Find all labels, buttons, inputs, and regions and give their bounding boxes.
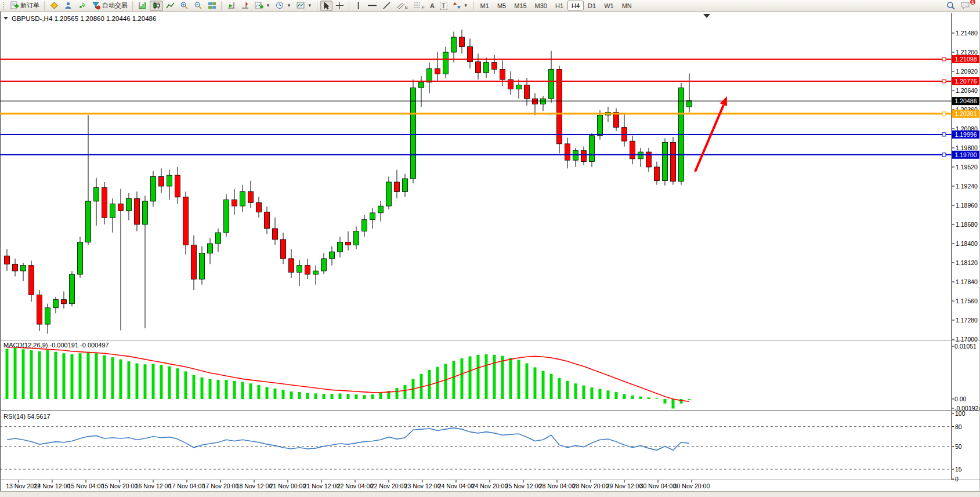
horizontal-line-tool-button[interactable] [365, 1, 379, 11]
label-tool-button[interactable]: T [437, 1, 450, 11]
price-tick-label: 1.21480 [956, 30, 978, 37]
time-axis-label: 28 Nov 20:00 [573, 483, 609, 489]
price-chart[interactable]: 1.214801.212001.209201.206401.203601.200… [0, 12, 980, 491]
price-tick-label: 1.19240 [956, 183, 978, 190]
svg-text:0: 0 [955, 476, 959, 483]
crosshair-icon [335, 1, 344, 10]
price-tick-label: 1.17280 [956, 317, 978, 324]
status-strip [0, 491, 980, 497]
zoom-out-button[interactable] [191, 1, 205, 11]
timeframe-H1[interactable]: H1 [551, 1, 567, 10]
chart-shift-button[interactable] [238, 1, 252, 11]
timeframe-W1[interactable]: W1 [600, 1, 618, 10]
candlestick-mode-button[interactable] [150, 1, 163, 11]
signals-button[interactable] [75, 1, 89, 11]
notifications-button[interactable]: 1 [959, 1, 973, 11]
svg-text:100: 100 [955, 410, 965, 417]
autoscroll-button[interactable] [225, 1, 238, 11]
fibonacci-icon [413, 1, 422, 10]
time-axis-label: 21 Nov 00:00 [270, 483, 306, 489]
svg-text:0.00: 0.00 [954, 396, 967, 402]
time-axis-label: 30 Nov 04:00 [640, 483, 677, 489]
price-line-badge: 1.21098 [955, 56, 977, 63]
main-toolbar: 新订单 自动交易 ▼ ▼ [0, 0, 980, 12]
time-axis-label: 16 Nov 12:00 [135, 483, 172, 489]
timeframe-M15[interactable]: M15 [510, 1, 530, 10]
timeframe-MN[interactable]: MN [618, 1, 636, 10]
chevron-down-icon: ▼ [464, 3, 468, 8]
separator [473, 1, 474, 10]
community-button[interactable] [62, 1, 75, 11]
price-line-badge: 1.20486 [955, 97, 977, 104]
timeframe-M30[interactable]: M30 [531, 1, 551, 10]
vertical-line-tool-button[interactable] [352, 1, 364, 11]
price-line-badge: 1.19996 [955, 131, 977, 138]
autotrading-label: 自动交易 [102, 1, 128, 10]
autotrading-button[interactable]: 自动交易 [89, 1, 130, 11]
separator [317, 1, 318, 10]
label-tool-icon: T [440, 2, 447, 10]
price-line-badge: 1.20776 [955, 78, 977, 85]
time-axis-label: 14 Nov 12:00 [34, 483, 71, 489]
timeframe-D1[interactable]: D1 [584, 1, 600, 10]
separator [349, 1, 350, 10]
timeframe-M5[interactable]: M5 [493, 1, 510, 10]
new-order-icon [10, 1, 19, 10]
time-axis-label: 17 Nov 04:00 [169, 483, 205, 489]
notification-badge: 1 [970, 0, 976, 5]
fibonacci-tool-button[interactable]: F [411, 1, 427, 11]
new-order-button[interactable]: 新订单 [8, 1, 42, 11]
svg-text:15: 15 [955, 466, 962, 473]
price-tick-label: 1.20640 [956, 87, 978, 94]
channel-tool-button[interactable]: E [394, 1, 410, 11]
template-icon [296, 1, 305, 10]
cursor-tool-button[interactable] [320, 1, 332, 11]
channel-icon [396, 1, 405, 10]
indicators-dropdown-button[interactable]: ▼ [252, 1, 273, 11]
time-axis-label: 25 Nov 12:00 [505, 483, 542, 489]
search-icon [946, 1, 956, 10]
time-axis-label: 30 Nov 20:00 [674, 483, 710, 489]
crosshair-tool-button[interactable] [333, 1, 346, 11]
price-tick-label: 1.17000 [956, 336, 978, 343]
line-chart-mode-button[interactable] [164, 1, 177, 11]
zoom-out-icon [194, 1, 202, 10]
svg-text:0.01051: 0.01051 [954, 343, 977, 350]
time-axis-label: 15 Nov 20:00 [102, 483, 138, 489]
time-axis-label: 28 Nov 04:00 [539, 483, 576, 489]
text-tool-icon: A [430, 2, 435, 9]
text-tool-button[interactable]: A [428, 1, 437, 11]
community-person-icon [64, 1, 73, 10]
horizontal-line-icon [367, 1, 377, 10]
periods-dropdown-button[interactable]: ▼ [273, 1, 294, 11]
timeframe-H4[interactable]: H4 [567, 1, 584, 10]
price-tick-label: 1.19800 [956, 144, 978, 151]
bar-chart-icon [138, 1, 147, 10]
svg-text:80: 80 [955, 423, 962, 430]
time-axis-label: 24 Nov 20:00 [472, 483, 508, 489]
bar-chart-mode-button[interactable] [136, 1, 149, 11]
time-axis-label: 29 Nov 12:00 [606, 483, 643, 489]
autotrading-icon [92, 1, 100, 10]
arrows-tool-button[interactable]: ▼ [450, 1, 471, 11]
line-chart-icon [166, 1, 175, 10]
zoom-in-button[interactable] [178, 1, 191, 11]
metaeditor-button[interactable] [48, 1, 61, 11]
vertical-line-icon [355, 1, 362, 10]
cursor-icon [323, 2, 330, 10]
price-tick-label: 1.17840 [956, 278, 978, 285]
timeframe-toolbar: M1M5M15M30H1H4D1W1MN [476, 1, 636, 10]
time-axis-label: 17 Nov 20:00 [202, 483, 239, 489]
separator [132, 1, 133, 10]
chevron-down-icon: ▼ [287, 3, 291, 8]
tile-windows-button[interactable] [205, 1, 219, 11]
toolbar-grip[interactable] [3, 2, 5, 10]
trendline-tool-button[interactable] [380, 1, 393, 11]
price-tick-label: 1.18680 [956, 221, 978, 228]
timeframe-M1[interactable]: M1 [476, 1, 493, 10]
price-tick-label: 1.18960 [956, 202, 978, 209]
templates-dropdown-button[interactable]: ▼ [294, 1, 314, 11]
chevron-down-icon: ▼ [266, 3, 270, 8]
search-button[interactable] [944, 1, 958, 11]
metaeditor-icon [50, 1, 59, 10]
